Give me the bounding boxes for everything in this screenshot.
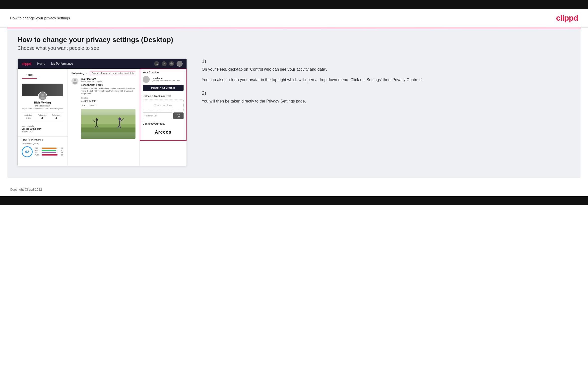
svg-line-1: [157, 64, 158, 65]
trackman-input-row: Add Link: [143, 112, 184, 119]
nav-my-performance[interactable]: My Performance: [51, 62, 73, 65]
coach-info: David Ford Royal North Devon Golf Club: [152, 77, 180, 82]
add-link-button[interactable]: Add Link: [173, 112, 184, 119]
search-icon[interactable]: [154, 61, 159, 66]
breadcrumb: How to change your privacy settings: [10, 16, 70, 20]
bar-arg-label: ARG: [35, 152, 41, 154]
tag-ott: OTT: [81, 104, 88, 107]
bar-ott: OTT 90: [35, 147, 63, 149]
profile-stats: Activities 131 Followers 3 Following 4: [22, 112, 63, 121]
post-content: Blair McHarg Yesterday · Sunningdale Les…: [81, 78, 135, 139]
avatar-icon[interactable]: [177, 61, 183, 67]
page-subtitle: Choose what you want people to see: [17, 45, 571, 51]
post-meta: Yesterday · Sunningdale: [81, 80, 135, 83]
tpq-score: 92: [22, 146, 33, 157]
profile-avatar: [38, 92, 47, 101]
svg-rect-12: [81, 115, 135, 124]
svg-point-6: [41, 94, 44, 96]
trackman-link-input[interactable]: [143, 112, 172, 119]
feed-post: Blair McHarg Yesterday · Sunningdale Les…: [71, 78, 135, 139]
activity-date: 03 Aug 2022: [22, 130, 63, 132]
instruction-step-1: 1) On your Feed, click/tap on 'Control w…: [202, 58, 566, 83]
svg-point-9: [73, 82, 77, 84]
trackman-placeholder: Trackman Link: [145, 104, 181, 107]
connect-section: Connect your data Arccos: [143, 122, 184, 137]
person-icon[interactable]: [162, 61, 167, 66]
app-sidebar: Feed Blair McHarg Plus Handicap Royal No…: [18, 69, 67, 166]
app-body: Feed Blair McHarg Plus Handicap Royal No…: [18, 69, 187, 166]
stat-activities-value: 131: [24, 116, 32, 120]
bar-putt: PUTT 96: [35, 154, 63, 156]
svg-point-25: [152, 80, 153, 81]
bar-putt-val: 96: [59, 154, 63, 156]
profile-banner: [22, 84, 63, 96]
tpq-row: 92 OTT 90 APP 85: [22, 146, 63, 157]
arccos-brand: Arccos: [143, 127, 184, 137]
bar-arg: ARG 86: [35, 152, 63, 154]
stat-followers-value: 3: [38, 116, 46, 120]
coach-item: David Ford Royal North Devon Golf Club: [143, 76, 184, 83]
bar-app-label: APP: [35, 150, 41, 151]
app-screenshot: clippd Home My Performance: [17, 58, 187, 166]
copyright-text: Copyright Clippd 2022: [10, 188, 42, 191]
profile-club: Royal North Devon Golf Club, United King…: [22, 107, 63, 110]
step-1-text-1: On your Feed, click/tap on 'Control who …: [202, 66, 566, 73]
tpq-label: Total Player Quality: [22, 143, 63, 145]
page-title: How to change your privacy settings (Des…: [17, 36, 571, 44]
instructions-panel: 1) On your Feed, click/tap on 'Control w…: [197, 58, 571, 112]
app-navbar: clippd Home My Performance: [18, 59, 187, 69]
bar-ott-label: OTT: [35, 147, 41, 149]
bar-arg-val: 86: [59, 152, 63, 154]
post-tags: OTT APP: [81, 104, 135, 107]
feed-tab[interactable]: Feed: [22, 72, 37, 79]
coach-club: Royal North Devon Golf Club: [152, 80, 180, 82]
nav-right-icons: [154, 61, 183, 67]
profile-handicap: Plus Handicap: [22, 105, 63, 107]
trackman-title: Upload a Trackman Test: [143, 95, 184, 98]
duration-value: 01 hr : 30 min: [81, 100, 135, 102]
stat-following: Following 4: [52, 114, 61, 120]
content-layout: clippd Home My Performance: [17, 58, 571, 166]
site-header: How to change your privacy settings clip…: [0, 9, 588, 28]
tpq-bars: OTT 90 APP 85 ARG: [35, 147, 63, 156]
post-author-name: Blair McHarg: [81, 78, 135, 80]
control-privacy-link[interactable]: Control who can see your activity and da…: [90, 71, 135, 75]
bar-ott-val: 90: [59, 147, 63, 149]
main-content: How to change your privacy settings (Des…: [7, 28, 581, 178]
step-1-number: 1): [202, 58, 566, 64]
add-circle-icon[interactable]: [169, 61, 174, 66]
trackman-input-area: Trackman Link: [143, 100, 184, 111]
following-dropdown[interactable]: Following: [71, 72, 87, 75]
svg-point-0: [156, 63, 157, 64]
stat-activities: Activities 131: [24, 114, 32, 120]
following-label: Following: [71, 72, 84, 75]
profile-name: Blair McHarg: [22, 101, 63, 104]
step-2-text: You will then be taken directly to the P…: [202, 98, 566, 105]
svg-line-20: [119, 120, 120, 125]
profile-card: Blair McHarg Plus Handicap Royal North D…: [18, 81, 67, 136]
clippd-logo: clippd: [556, 13, 578, 23]
post-image: [81, 109, 135, 139]
step-1-text-2: You can also click on your avatar in the…: [202, 77, 566, 83]
player-perf-title: Player Performance: [22, 139, 63, 141]
manage-coaches-button[interactable]: Manage Your Coaches: [143, 85, 184, 91]
post-title: Lesson with Fordy: [81, 84, 135, 86]
step-2-number: 2): [202, 90, 566, 96]
app-logo-icon: clippd: [22, 62, 31, 66]
svg-point-8: [74, 79, 76, 81]
stat-following-label: Following: [52, 114, 61, 116]
connect-title: Connect your data: [143, 122, 184, 125]
following-header: Following Control who can see your activ…: [71, 71, 135, 75]
top-bar: [0, 0, 588, 9]
stat-followers-label: Followers: [38, 114, 46, 116]
player-performance: Player Performance Total Player Quality …: [18, 136, 67, 159]
coach-name: David Ford: [152, 77, 180, 80]
svg-point-2: [164, 63, 164, 64]
duration-label: Duration: [81, 97, 135, 99]
nav-home[interactable]: Home: [37, 62, 45, 65]
tag-app: APP: [89, 104, 96, 107]
coach-club-name: Royal North Devon Golf Club: [154, 80, 180, 82]
bar-putt-label: PUTT: [35, 154, 41, 156]
coaches-section: Your Coaches David Ford Royal North Devo…: [143, 71, 184, 91]
svg-rect-11: [81, 127, 135, 132]
